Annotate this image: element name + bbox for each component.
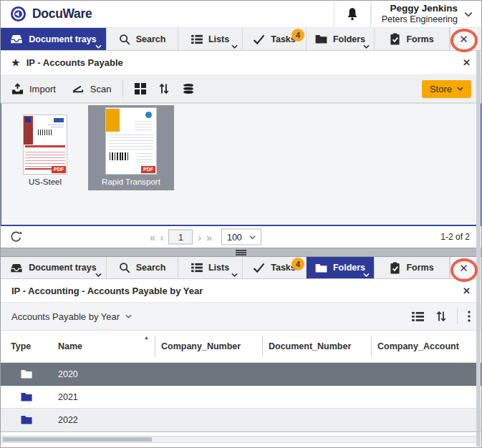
first-page-button[interactable]: « [150,232,155,242]
sort-ascending-icon: ▲ [144,335,149,340]
search-icon [119,34,130,45]
folder-table-header: Type Name ▲ Company_Number Document_Numb… [1,331,481,363]
document-tile-rapid-transport[interactable]: PDF Rapid Transport [88,105,174,190]
bell-icon [346,7,359,21]
chevron-down-icon [125,314,132,318]
tab-label: Forms [406,263,433,273]
tasks-badge: 4 [291,29,304,42]
tab-tasks[interactable]: Tasks 4 [243,257,307,278]
previous-page-button[interactable]: ‹ [160,232,164,242]
splitter-grip-icon [236,250,246,255]
list-view-button[interactable] [412,311,424,322]
tab-search[interactable]: Search [107,257,178,278]
chevron-down-icon [363,44,370,49]
chevron-down-icon [231,44,238,49]
header-right: Peggy Jenkins Peters Engineering [334,1,481,27]
folder-selector-row: Accounts Payable by Year [1,303,481,331]
app-header: DocuWare Peggy Jenkins Peters Engineerin… [1,1,481,28]
tab-document-trays[interactable]: Document trays [1,257,107,278]
stack-icon [182,83,195,94]
tray-toolbar: Import Scan [1,75,481,103]
tray-title: IP - Accounts Payable [26,57,123,68]
import-button[interactable]: Import [11,83,56,95]
folder-icon [21,369,32,379]
close-panel-button[interactable]: ✕ [450,257,477,278]
us-steel-thumbnail: PDF [23,115,67,175]
tab-label: Lists [208,34,229,44]
folder-row-2020[interactable]: 2020 [1,363,481,386]
folder-selector-dropdown[interactable]: Accounts Payable by Year [11,311,132,322]
tab-label: Document trays [29,34,96,44]
scrollbar-thumb[interactable] [3,437,152,442]
close-panel-button[interactable]: ✕ [450,28,477,50]
tab-search[interactable]: Search [107,28,178,50]
tray-panel-header: ★ IP - Accounts Payable ✕ [1,51,481,75]
tab-label: Document trays [29,263,96,273]
page-size-select[interactable]: 100 [221,229,261,245]
sort-button[interactable] [158,83,170,94]
docuware-logo [10,6,26,22]
tab-label: Search [136,263,166,273]
stack-view-button[interactable] [182,83,195,94]
chevron-down-icon [95,273,102,277]
folder-row-2022[interactable]: 2022 [1,409,481,432]
window-vertical-scrollbar[interactable] [476,51,481,447]
folder-row-2021[interactable]: 2021 [1,386,481,409]
folder-icon [315,34,327,44]
column-header-name[interactable]: Name ▲ [58,336,155,357]
close-tray-button[interactable]: ✕ [463,58,471,67]
tab-label: Forms [406,34,433,44]
grid-icon [135,83,146,94]
tab-lists[interactable]: Lists [178,257,243,278]
store-button[interactable]: Store [422,80,471,98]
document-tile-us-steel[interactable]: PDF US-Steel [2,105,88,190]
column-header-company-account[interactable]: Company_Account [371,336,481,357]
panel-splitter[interactable] [1,248,481,256]
selector-divider [457,308,458,324]
tab-label: Folders [333,34,365,44]
user-menu[interactable]: Peggy Jenkins Peters Engineering [372,1,481,27]
chevron-down-icon [457,87,463,91]
folder-table-footer [1,432,481,447]
toolbar-divider [122,80,123,97]
favorite-star-icon[interactable]: ★ [11,57,20,68]
tab-lists[interactable]: Lists [178,28,243,50]
last-page-button[interactable]: » [206,232,212,242]
chevron-down-icon [464,11,473,17]
horizontal-scrollbar[interactable] [1,436,481,443]
lists-icon [412,311,424,322]
rapid-transport-thumbnail: PDF [105,107,157,175]
refresh-button[interactable] [10,231,22,243]
close-icon: ✕ [459,34,468,44]
tab-bar-filler [477,28,481,50]
folder-name: 2021 [58,392,155,402]
tab-forms[interactable]: Forms [375,257,450,278]
import-icon [11,83,24,95]
page-number-field[interactable]: 1 [168,230,193,245]
lists-icon [191,263,203,273]
folder-icon [21,392,32,401]
scan-button[interactable]: Scan [72,84,112,94]
tab-folders[interactable]: Folders [307,28,375,50]
close-folder-panel-button[interactable]: ✕ [463,286,471,296]
column-header-type[interactable]: Type [11,336,58,357]
sort-button[interactable] [435,311,447,322]
folder-name: 2022 [58,415,155,425]
tab-tasks[interactable]: Tasks 4 [243,28,307,50]
notifications-button[interactable] [334,1,371,27]
search-icon [119,262,130,273]
tab-forms[interactable]: Forms [375,28,450,50]
brand-title: DocuWare [32,6,92,21]
column-header-company-number[interactable]: Company_Number [155,336,262,357]
check-icon [253,263,265,273]
chevron-down-icon [249,235,256,239]
tab-folders[interactable]: Folders [307,257,375,278]
next-page-button[interactable]: › [198,232,201,242]
pagination-controls: « ‹ 1 › » 100 [150,229,261,245]
tab-document-trays[interactable]: Document trays [1,28,107,50]
more-options-button[interactable] [468,311,471,322]
tab-label: Folders [333,263,365,273]
thumbnail-view-button[interactable] [135,83,146,94]
column-header-document-number[interactable]: Document_Number [262,336,371,357]
docuware-window: DocuWare Peggy Jenkins Peters Engineerin… [0,0,482,448]
